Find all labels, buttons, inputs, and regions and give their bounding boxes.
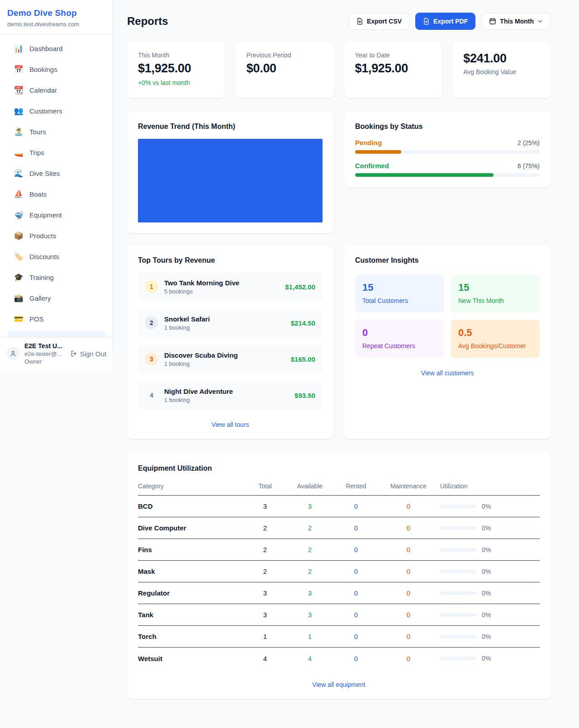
equip-available: 2 xyxy=(285,524,335,532)
sidebar-item-selected-partial[interactable] xyxy=(7,331,105,337)
app-layout: Demo Dive Shop demo.test.divestreams.com… xyxy=(0,0,579,716)
shop-domain: demo.test.divestreams.com xyxy=(7,21,105,28)
sign-out-button[interactable]: Sign Out xyxy=(70,350,106,358)
user-section: E2E Test U... e2e-tester@... Owner Sign … xyxy=(0,337,113,370)
equip-rented: 0 xyxy=(335,633,377,640)
col-header-utilization: Utilization xyxy=(440,482,540,490)
user-role: Owner xyxy=(24,358,66,365)
sidebar-item-customers[interactable]: 👥 Customers xyxy=(4,102,109,120)
equip-total: 3 xyxy=(246,502,285,510)
tour-revenue: $93.50 xyxy=(294,392,315,399)
utilization-percent: 0% xyxy=(482,590,491,597)
sidebar-item-label: Calendar xyxy=(29,86,57,94)
logout-icon xyxy=(70,350,77,357)
topbar-actions: Export CSV Export PDF This Month xyxy=(349,13,551,30)
sailboat-icon: ⛵ xyxy=(14,189,24,199)
sidebar-item-discounts[interactable]: 🏷️ Discounts xyxy=(4,248,109,265)
sidebar-item-training[interactable]: 🎓 Training xyxy=(4,269,109,286)
stat-delta: +0% vs last month xyxy=(138,79,214,86)
view-all-tours-link[interactable]: View all tours xyxy=(138,421,323,428)
export-pdf-button[interactable]: Export PDF xyxy=(415,13,475,30)
equip-total: 1 xyxy=(246,633,285,640)
utilization-bar-track xyxy=(440,526,476,530)
equip-available: 2 xyxy=(285,546,335,553)
insight-tile-repeat-customers: 0 Repeat Customers xyxy=(355,320,444,358)
avatar xyxy=(6,347,20,360)
table-row: Dive Computer 2 2 0 0 0% xyxy=(138,517,540,539)
equip-maintenance: 0 xyxy=(377,502,440,510)
sidebar-item-products[interactable]: 📦 Products xyxy=(4,227,109,245)
sidebar-item-tours[interactable]: 🏝️ Tours xyxy=(4,123,109,141)
sign-out-label: Sign Out xyxy=(80,350,106,358)
equip-maintenance: 0 xyxy=(377,524,440,532)
insight-label: Avg Bookings/Customer xyxy=(458,342,532,350)
insight-value: 0 xyxy=(362,327,437,339)
sidebar-item-trips[interactable]: 🚤 Trips xyxy=(4,144,109,161)
status-row-confirmed: Confirmed 6 (75%) xyxy=(355,162,540,177)
tour-row[interactable]: 1 Two Tank Morning Dive 5 bookings $1,45… xyxy=(138,273,323,301)
island-icon: 🏝️ xyxy=(14,127,24,137)
utilization-percent: 0% xyxy=(482,611,491,619)
sidebar-item-pos[interactable]: 💳 POS xyxy=(4,310,109,328)
user-name: E2E Test U... xyxy=(24,342,66,350)
equip-category: Torch xyxy=(138,633,246,640)
view-all-equipment-link[interactable]: View all equipment xyxy=(138,681,540,688)
utilization-bar-track xyxy=(440,613,476,617)
package-icon: 📦 xyxy=(14,231,24,241)
equip-maintenance: 0 xyxy=(377,589,440,597)
user-email: e2e-tester@... xyxy=(24,350,66,357)
stat-card-previous-period: Previous Period $0.00 xyxy=(236,42,334,98)
stat-card-this-month: This Month $1,925.00 +0% vs last month xyxy=(127,42,225,98)
equip-total: 3 xyxy=(246,589,285,597)
file-download-icon xyxy=(423,18,430,25)
sidebar: Demo Dive Shop demo.test.divestreams.com… xyxy=(0,0,113,353)
tour-row[interactable]: 3 Discover Scuba Diving 1 booking $165.0… xyxy=(138,345,323,373)
tour-row[interactable]: 2 Snorkel Safari 1 booking $214.50 xyxy=(138,309,323,337)
export-csv-label: Export CSV xyxy=(367,18,402,25)
sidebar-item-dashboard[interactable]: 📊 Dashboard xyxy=(4,40,109,57)
tour-row[interactable]: 4 Night Dive Adventure 1 booking $93.50 xyxy=(138,381,323,409)
sidebar-item-label: Bookings xyxy=(29,66,57,73)
sidebar-item-label: Tours xyxy=(29,128,46,136)
bookings-by-status-card: Bookings by Status Pending 2 (25%) Confi… xyxy=(344,112,551,188)
stat-label: Year to Date xyxy=(355,52,432,59)
utilization-bar-track xyxy=(440,570,476,573)
utilization-percent: 0% xyxy=(482,525,491,532)
tour-bookings: 1 booking xyxy=(164,397,288,403)
equip-maintenance: 0 xyxy=(377,633,440,640)
insight-value: 15 xyxy=(362,282,437,293)
table-header: Category Total Available Rented Maintena… xyxy=(138,482,540,496)
table-row: BCD 3 3 0 0 0% xyxy=(138,496,540,517)
col-header-rented: Rented xyxy=(335,482,377,490)
insight-tile-total-customers: 15 Total Customers xyxy=(355,274,444,312)
view-all-customers-link[interactable]: View all customers xyxy=(355,369,540,377)
customer-insights-title: Customer Insights xyxy=(355,256,540,265)
equip-utilization: 0% xyxy=(440,655,540,662)
sidebar-item-boats[interactable]: ⛵ Boats xyxy=(4,185,109,203)
credit-card-icon: 💳 xyxy=(14,314,24,324)
calendar-icon xyxy=(489,18,496,25)
col-header-total: Total xyxy=(246,482,285,490)
stat-card-avg-booking-value: $241.00 Avg Booking Value xyxy=(452,42,551,98)
col-header-category: Category xyxy=(138,482,246,490)
status-bar-fill xyxy=(355,150,401,154)
equip-maintenance: 0 xyxy=(377,655,440,662)
sidebar-item-dive-sites[interactable]: 🌊 Dive Sites xyxy=(4,165,109,182)
utilization-percent: 0% xyxy=(482,568,491,575)
sidebar-item-calendar[interactable]: 📆 Calendar xyxy=(4,81,109,99)
equip-utilization: 0% xyxy=(440,590,540,597)
sidebar-item-gallery[interactable]: 📸 Gallery xyxy=(4,289,109,307)
status-label: Pending xyxy=(355,139,382,147)
tour-bookings: 1 booking xyxy=(164,360,285,367)
graduation-cap-icon: 🎓 xyxy=(14,273,24,282)
insight-grid: 15 Total Customers 15 New This Month 0 R… xyxy=(355,274,540,358)
rank-badge: 4 xyxy=(145,389,158,402)
sidebar-item-equipment[interactable]: 🤿 Equipment xyxy=(4,206,109,224)
rank-badge: 3 xyxy=(145,353,158,365)
period-dropdown[interactable]: This Month xyxy=(481,13,551,30)
tour-name: Snorkel Safari xyxy=(164,315,285,323)
export-csv-button[interactable]: Export CSV xyxy=(349,13,409,30)
sidebar-item-bookings[interactable]: 📅 Bookings xyxy=(4,61,109,78)
equip-available: 1 xyxy=(285,633,335,640)
user-meta: E2E Test U... e2e-tester@... Owner xyxy=(24,342,66,365)
